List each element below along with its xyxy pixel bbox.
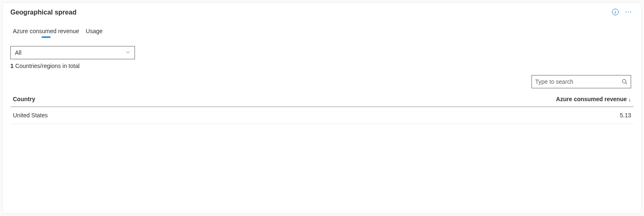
panel-header: Geographical spread i ··· xyxy=(10,9,634,16)
tab-bar: Azure consumed revenue Usage xyxy=(13,28,634,37)
countries-count-number: 1 xyxy=(10,63,14,69)
search-box[interactable] xyxy=(531,75,631,88)
countries-count-text: 1 Countries/regions in total xyxy=(10,63,634,69)
tab-usage[interactable]: Usage xyxy=(86,28,103,37)
country-filter-dropdown[interactable]: All xyxy=(10,46,135,59)
table-row[interactable]: United States 5.13 xyxy=(10,107,634,124)
filter-row: All 1 Countries/regions in total xyxy=(10,46,634,69)
data-table: Country Azure consumed revenue ↓ United … xyxy=(10,92,634,124)
svg-point-0 xyxy=(622,80,626,83)
chevron-down-icon xyxy=(125,50,130,56)
info-icon[interactable]: i xyxy=(612,9,619,15)
tab-azure-consumed-revenue[interactable]: Azure consumed revenue xyxy=(13,28,79,37)
search-icon xyxy=(622,79,627,85)
svg-line-1 xyxy=(626,83,627,84)
table-header-row: Country Azure consumed revenue ↓ xyxy=(10,92,634,107)
column-header-revenue[interactable]: Azure consumed revenue ↓ xyxy=(556,96,631,102)
search-row xyxy=(10,75,634,88)
geographical-spread-panel: Geographical spread i ··· Azure consumed… xyxy=(2,2,642,214)
cell-revenue: 5.13 xyxy=(620,112,631,119)
header-actions: i ··· xyxy=(612,9,634,15)
sort-descending-icon: ↓ xyxy=(629,97,632,102)
more-options-icon[interactable]: ··· xyxy=(624,9,634,15)
cell-country: United States xyxy=(13,112,48,119)
search-input[interactable] xyxy=(535,78,619,85)
countries-count-suffix: Countries/regions in total xyxy=(14,63,80,69)
column-header-revenue-label: Azure consumed revenue xyxy=(556,96,627,102)
dropdown-selected-value: All xyxy=(15,49,22,56)
panel-title: Geographical spread xyxy=(10,9,76,16)
column-header-country[interactable]: Country xyxy=(13,96,35,102)
